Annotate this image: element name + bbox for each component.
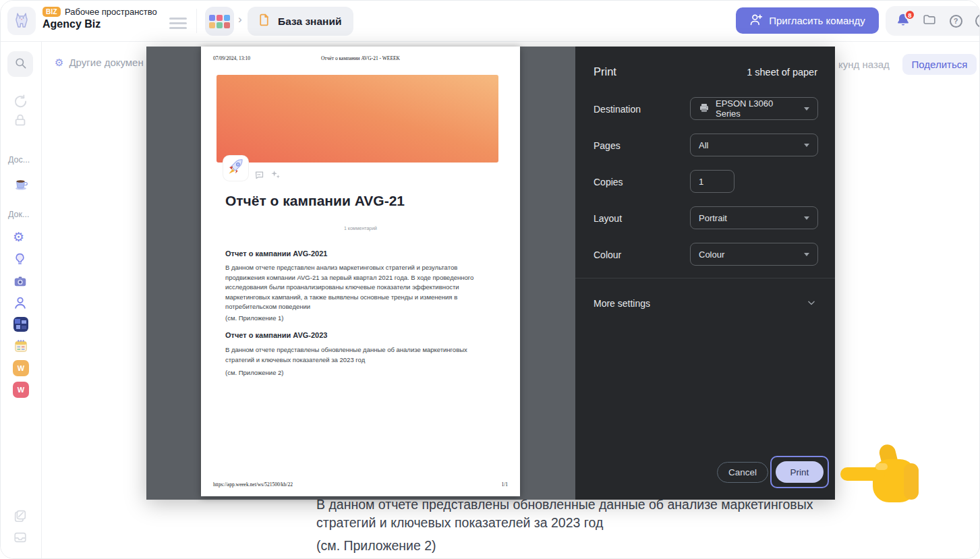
invite-team-label: Пригласить команду [769, 15, 865, 26]
saved-status-text: кунд назад [838, 59, 890, 70]
sidebar-item-gear-doc[interactable]: ⚙ [13, 231, 24, 243]
sidebar-item-idea-doc[interactable] [13, 252, 27, 269]
help-button[interactable]: ? [948, 13, 963, 28]
pages-value: All [699, 140, 708, 150]
preview-doc-title: Отчёт о кампании AVG-21 [225, 193, 405, 209]
sidebar-item-calendar-doc[interactable] [13, 339, 28, 356]
plan-badge: BIZ [42, 7, 61, 17]
services-grid-button[interactable] [205, 7, 234, 36]
w-tile-red: W [13, 382, 29, 398]
workspace-name: Agency Biz [42, 18, 157, 30]
sidebar-section-docs: Док... [1, 210, 42, 219]
document-emoji-card [223, 156, 248, 181]
print-button[interactable]: Print [776, 461, 824, 483]
preview-section1-heading: Отчет о кампании AVG-2021 [225, 249, 327, 258]
layers-icon [13, 508, 28, 526]
preview-section1-body: В данном отчете представлен анализ марке… [225, 263, 486, 312]
collapse-sidebar-button[interactable] [169, 15, 187, 32]
gear-small-icon: ⚙ [55, 57, 63, 67]
preview-footer-url: https://app.weeek.net/ws/521500/kb/22 [213, 481, 293, 488]
preview-section1-note: (см. Приложение 1) [225, 314, 486, 324]
tab-knowledge-base[interactable]: База знаний [248, 7, 353, 36]
gear-icon: ⚙ [13, 231, 24, 243]
calendar-icon [13, 339, 28, 356]
printer-icon [699, 102, 710, 115]
inbox-button[interactable] [13, 530, 28, 548]
picture-tile-icon [13, 317, 28, 332]
templates-button[interactable] [13, 508, 28, 526]
destination-value: EPSON L3060 Series [716, 98, 798, 119]
tab-knowledge-base-label: База знаний [278, 16, 341, 28]
colour-select[interactable]: Colour [690, 243, 818, 266]
share-button-label: Поделиться [912, 59, 968, 70]
print-button-focus-ring: Print [770, 456, 829, 488]
share-button[interactable]: Поделиться [902, 54, 977, 75]
sidebar-item-image-doc[interactable] [13, 317, 28, 332]
header-icons-group: 8 ? [886, 6, 980, 36]
search-icon [14, 57, 27, 72]
lock-button[interactable] [13, 113, 28, 127]
sidebar-item-person-doc[interactable] [13, 295, 28, 313]
top-header: BIZ Рабочее пространство Agency Biz › Ба… [1, 1, 979, 42]
circle-icon [975, 14, 980, 28]
rocket-icon [227, 158, 245, 179]
chevron-down-icon [807, 298, 816, 310]
workspace-info: BIZ Рабочее пространство Agency Biz [42, 7, 157, 30]
destination-select[interactable]: EPSON L3060 Series [690, 97, 818, 120]
settings-divider [575, 278, 835, 278]
history-button[interactable] [13, 94, 28, 109]
apps-grid-icon [209, 15, 230, 28]
notification-count-badge: 8 [904, 9, 915, 20]
other-documents-switcher[interactable]: ⚙ Другие докумен [55, 57, 149, 68]
workspace-type-label: Рабочее пространство [65, 7, 157, 17]
colour-label: Colour [594, 249, 621, 260]
preview-comments-count: 1 комментарий [201, 226, 520, 231]
sidebar-item-workspace-orange[interactable]: W [13, 360, 29, 376]
camera-icon [13, 274, 28, 291]
more-settings-toggle[interactable]: More settings [575, 289, 835, 318]
layout-select[interactable]: Portrait [690, 206, 818, 229]
sheet-count-text: 1 sheet of paper [747, 67, 817, 78]
caret-down-icon [804, 107, 809, 111]
print-settings-panel: Print 1 sheet of paper Destination EPSON… [575, 47, 835, 500]
cat-mascot-icon [11, 9, 32, 32]
pages-select[interactable]: All [690, 134, 818, 156]
cancel-button-label: Cancel [728, 467, 757, 477]
sidebar-section-boards: Дос... [1, 155, 42, 165]
workspace-logo[interactable] [7, 7, 36, 35]
more-settings-label: More settings [594, 298, 650, 309]
preview-section2-heading: Отчет о кампании AVG-2023 [225, 331, 327, 339]
print-dialog-title: Print [594, 65, 616, 78]
breadcrumb-chevron-icon: › [238, 13, 242, 26]
sparkles-icon [270, 169, 281, 182]
app-window: BIZ Рабочее пространство Agency Biz › Ба… [0, 0, 980, 559]
pages-label: Pages [594, 140, 621, 151]
copies-input[interactable] [690, 170, 734, 193]
preview-header-title: Отчёт о кампании AVG-21 - WEEEK [201, 55, 520, 61]
lightbulb-icon [13, 252, 27, 269]
print-preview-page: 07/09/2024, 13:10 Отчёт о кампании AVG-2… [201, 47, 520, 496]
layout-label: Layout [594, 213, 622, 224]
copies-label: Copies [594, 177, 623, 187]
search-button[interactable] [7, 51, 33, 77]
caret-down-icon [804, 216, 809, 220]
sidebar-item-workspace-red[interactable]: W [13, 382, 29, 398]
print-button-label: Print [790, 467, 809, 477]
invite-team-button[interactable]: Пригласить команду [736, 7, 879, 34]
preview-footer-page-number: 1/1 [501, 481, 508, 488]
header-extra-button[interactable] [975, 13, 980, 28]
coffee-cup-icon [13, 175, 29, 194]
inbox-icon [13, 530, 28, 548]
print-preview-area: 07/09/2024, 13:10 Отчёт о кампании AVG-2… [146, 47, 575, 500]
pointing-hand-left-icon [839, 443, 921, 510]
cancel-button[interactable]: Cancel [717, 462, 768, 483]
notifications-button[interactable]: 8 [896, 13, 911, 28]
layout-value: Portrait [699, 213, 727, 223]
sidebar-item-coffee[interactable] [13, 175, 29, 194]
person-plus-icon [749, 13, 763, 28]
files-button[interactable] [922, 13, 937, 28]
caret-down-icon [804, 253, 809, 256]
sidebar-item-camera-doc[interactable] [13, 274, 28, 291]
left-sidebar: Дос... Док... ⚙ [1, 42, 42, 558]
person-icon [13, 295, 28, 313]
